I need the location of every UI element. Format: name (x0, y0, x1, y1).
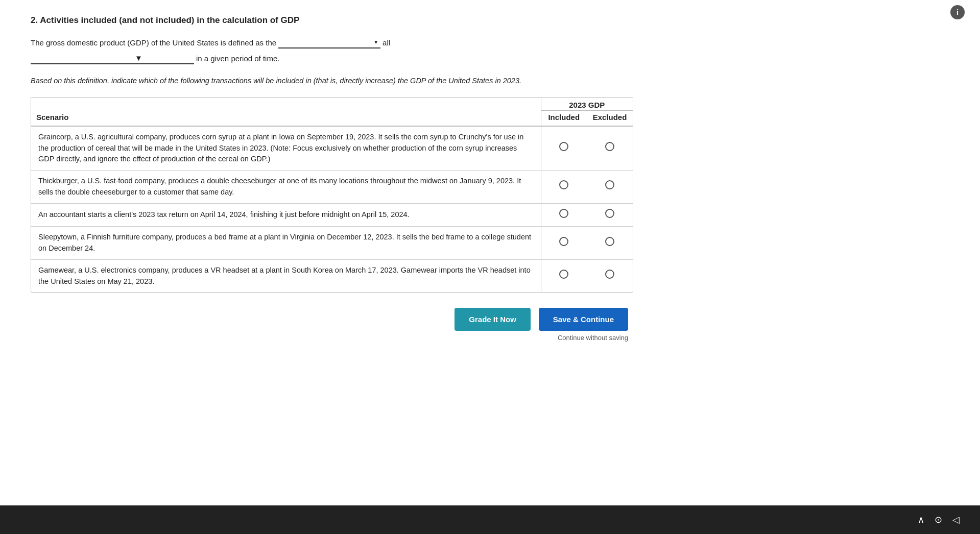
dropdown-2-text (33, 54, 135, 62)
question-title: 2. Activities included (and not included… (31, 15, 633, 26)
included-radio-3[interactable] (541, 203, 587, 227)
scenario-col-header-blank (31, 98, 541, 111)
excluded-radio-btn-5[interactable] (605, 270, 614, 279)
included-radio-btn-1[interactable] (559, 142, 568, 151)
taskbar-icon-1: ∧ (918, 514, 924, 525)
included-radio-btn-5[interactable] (559, 270, 568, 279)
dropdown-1[interactable]: ▼ (278, 37, 380, 48)
included-radio-btn-3[interactable] (559, 209, 568, 218)
excluded-radio-1[interactable] (587, 126, 633, 171)
grade-button[interactable]: Grade It Now (455, 308, 531, 331)
table-row: Gamewear, a U.S. electronics company, pr… (31, 259, 633, 292)
table-header-sub: Scenario Included Excluded (31, 110, 633, 126)
scenario-text-2: Thickburger, a U.S. fast-food company, p… (31, 171, 541, 204)
save-continue-button[interactable]: Save & Continue (539, 308, 628, 331)
definition-line-1: The gross domestic product (GDP) of the … (31, 37, 633, 48)
continue-without-saving[interactable]: Continue without saving (31, 334, 633, 342)
excluded-radio-2[interactable] (587, 171, 633, 204)
definition-line-2: ▼ in a given period of time. (31, 53, 633, 64)
info-icon[interactable]: i (950, 5, 965, 19)
scenario-text-4: Sleepytown, a Finnish furniture company,… (31, 227, 541, 260)
definition-prefix: The gross domestic product (GDP) of the … (31, 38, 276, 47)
scenario-text-1: Graincorp, a U.S. agricultural company, … (31, 126, 541, 171)
table-row: Graincorp, a U.S. agricultural company, … (31, 126, 633, 171)
scenario-text-5: Gamewear, a U.S. electronics company, pr… (31, 259, 541, 292)
included-radio-btn-2[interactable] (559, 180, 568, 189)
included-radio-1[interactable] (541, 126, 587, 171)
definition-all-text: all (383, 38, 390, 47)
taskbar: ∧ ⊙ ◁ (0, 505, 980, 534)
scenario-text-3: An accountant starts a client's 2023 tax… (31, 203, 541, 227)
excluded-radio-5[interactable] (587, 259, 633, 292)
excluded-radio-4[interactable] (587, 227, 633, 260)
included-radio-4[interactable] (541, 227, 587, 260)
dropdown-2[interactable]: ▼ (31, 53, 194, 64)
taskbar-icon-sound: ◁ (952, 514, 960, 525)
scenario-col-label: Scenario (31, 110, 541, 126)
excluded-col-label: Excluded (587, 110, 633, 126)
table-header-top: 2023 GDP (31, 98, 633, 111)
action-buttons: Grade It Now Save & Continue (31, 308, 633, 331)
question-number: 2. (31, 15, 38, 25)
instructions-text: Based on this definition, indicate which… (31, 76, 633, 87)
question-title-text: Activities included (and not included) i… (40, 15, 299, 25)
info-icon-label: i (957, 8, 959, 16)
excluded-radio-btn-3[interactable] (605, 209, 614, 218)
excluded-radio-3[interactable] (587, 203, 633, 227)
table-row: An accountant starts a client's 2023 tax… (31, 203, 633, 227)
dropdown-1-text (280, 38, 340, 46)
excluded-radio-btn-2[interactable] (605, 180, 614, 189)
table-row: Thickburger, a U.S. fast-food company, p… (31, 171, 633, 204)
excluded-radio-btn-4[interactable] (605, 237, 614, 246)
gdp-header: 2023 GDP (541, 98, 633, 111)
included-radio-2[interactable] (541, 171, 587, 204)
taskbar-icon-wifi: ⊙ (935, 514, 942, 525)
table-row: Sleepytown, a Finnish furniture company,… (31, 227, 633, 260)
excluded-radio-btn-1[interactable] (605, 142, 614, 151)
dropdown-2-arrow: ▼ (135, 54, 142, 62)
included-radio-5[interactable] (541, 259, 587, 292)
definition-period-text: in a given period of time. (196, 54, 279, 63)
scenarios-table: 2023 GDP Scenario Included Excluded Grai… (31, 97, 633, 293)
included-radio-btn-4[interactable] (559, 237, 568, 246)
included-col-label: Included (541, 110, 587, 126)
dropdown-1-arrow: ▼ (373, 39, 378, 45)
